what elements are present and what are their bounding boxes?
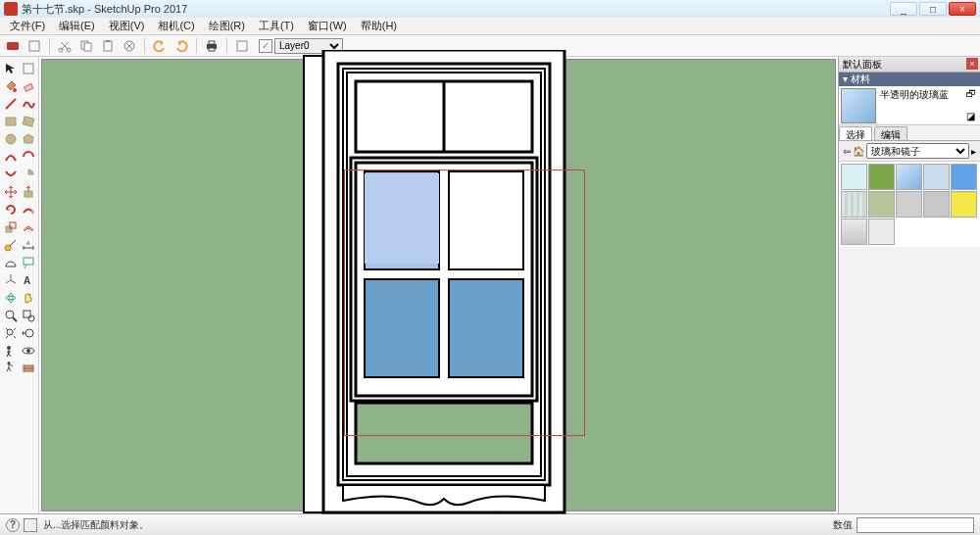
menu-help[interactable]: 帮助(H)	[355, 19, 403, 33]
current-material-swatch[interactable]	[841, 88, 876, 123]
material-swatch[interactable]	[896, 191, 922, 218]
rotate-tool[interactable]	[3, 202, 19, 218]
zoom-tool[interactable]	[3, 308, 19, 323]
eraser-tool[interactable]	[21, 78, 36, 94]
create-material-icon[interactable]: 🗗	[966, 88, 978, 100]
menu-file[interactable]: 文件(F)	[4, 19, 51, 33]
material-swatch[interactable]	[923, 191, 950, 218]
text-tool[interactable]	[21, 255, 36, 270]
undo-button[interactable]	[151, 37, 169, 55]
walk-tool[interactable]	[3, 361, 19, 376]
material-swatch[interactable]	[951, 164, 977, 190]
menu-tools[interactable]: 工具(T)	[253, 19, 300, 33]
position-camera-tool[interactable]	[3, 343, 19, 359]
dimension-tool[interactable]: A	[21, 237, 36, 253]
3dtext-tool[interactable]: A	[21, 272, 36, 288]
cut-button[interactable]	[56, 37, 74, 55]
instructor-icon[interactable]	[24, 518, 37, 532]
section-plane-tool[interactable]	[21, 361, 36, 376]
model-info-button[interactable]	[233, 37, 251, 55]
zoom-extents-tool[interactable]	[3, 325, 19, 341]
close-button[interactable]: ×	[949, 2, 976, 16]
material-category-dropdown[interactable]: 玻璃和镜子	[866, 143, 969, 159]
select-tool[interactable]	[3, 61, 19, 76]
help-icon[interactable]: ?	[6, 518, 20, 532]
extension-button[interactable]	[4, 37, 22, 55]
svg-rect-50	[365, 173, 439, 264]
menu-draw[interactable]: 绘图(R)	[203, 19, 251, 33]
axes-tool[interactable]	[3, 272, 19, 288]
menu-camera[interactable]: 相机(C)	[152, 19, 200, 33]
paint-bucket-tool[interactable]	[3, 78, 19, 94]
component-button[interactable]	[25, 37, 43, 55]
tab-edit[interactable]: 编辑	[874, 126, 907, 140]
svg-rect-54	[356, 403, 532, 463]
polygon-tool[interactable]	[21, 131, 36, 147]
material-swatch[interactable]	[841, 219, 867, 245]
home-icon[interactable]: 🏠	[853, 146, 864, 157]
svg-rect-1	[29, 41, 39, 51]
app-icon	[4, 2, 18, 16]
protractor-tool[interactable]	[3, 255, 19, 270]
material-swatch[interactable]	[868, 164, 895, 190]
svg-rect-13	[24, 64, 33, 73]
freehand-tool[interactable]	[21, 96, 36, 112]
layer-visible-checkbox[interactable]: ✓	[259, 39, 272, 53]
menu-window[interactable]: 窗口(W)	[302, 19, 353, 33]
menu-edit[interactable]: 编辑(E)	[53, 19, 101, 33]
tray-close-icon[interactable]: ×	[966, 58, 978, 70]
look-around-tool[interactable]	[21, 343, 36, 359]
pie-tool[interactable]	[21, 167, 36, 182]
offset-tool[interactable]	[21, 219, 36, 235]
print-button[interactable]	[203, 37, 220, 55]
rotated-rectangle-tool[interactable]	[21, 114, 36, 129]
menubar: 文件(F) 编辑(E) 视图(V) 相机(C) 绘图(R) 工具(T) 窗口(W…	[0, 18, 980, 35]
arc-tool[interactable]	[3, 149, 19, 165]
material-swatch[interactable]	[923, 164, 950, 190]
material-swatch[interactable]	[868, 191, 895, 218]
move-tool[interactable]	[3, 184, 19, 200]
rectangle-tool[interactable]	[3, 114, 19, 129]
svg-rect-22	[6, 226, 12, 232]
material-swatch[interactable]	[841, 191, 867, 218]
tape-measure-tool[interactable]	[3, 237, 19, 253]
back-arrow-icon[interactable]: ⇦	[843, 146, 851, 157]
paste-button[interactable]	[99, 37, 117, 55]
default-material-icon[interactable]: ◪	[966, 111, 978, 122]
default-tray: 默认面板 × ▾ 材料 半透明的玻璃蓝 🗗 ◪ 选择 编辑 ⇦ 🏠 玻璃和镜子 …	[838, 57, 980, 513]
scale-tool[interactable]	[3, 219, 19, 235]
material-swatch[interactable]	[896, 164, 922, 190]
pan-tool[interactable]	[21, 290, 36, 306]
svg-rect-16	[6, 118, 16, 125]
svg-rect-12	[237, 41, 247, 51]
svg-point-37	[26, 349, 30, 353]
minimize-button[interactable]: _	[890, 2, 917, 16]
details-menu-icon[interactable]: ▸	[971, 146, 976, 157]
make-component-tool[interactable]	[21, 61, 36, 76]
zoom-window-tool[interactable]	[21, 308, 36, 323]
delete-button[interactable]	[121, 37, 138, 55]
material-swatch[interactable]	[841, 164, 867, 190]
window-title: 第十七节.skp - SketchUp Pro 2017	[22, 2, 187, 17]
materials-panel-header[interactable]: ▾ 材料	[839, 73, 980, 86]
menu-view[interactable]: 视图(V)	[103, 19, 151, 33]
tab-select[interactable]: 选择	[839, 126, 872, 140]
viewport[interactable]	[41, 59, 836, 511]
circle-tool[interactable]	[3, 131, 19, 147]
maximize-button[interactable]: □	[919, 2, 947, 16]
orbit-tool[interactable]	[3, 290, 19, 306]
line-tool[interactable]	[3, 96, 19, 112]
3point-arc-tool[interactable]	[3, 167, 19, 182]
tray-header[interactable]: 默认面板 ×	[839, 57, 980, 73]
redo-button[interactable]	[172, 37, 190, 55]
material-swatch[interactable]	[868, 219, 895, 245]
pushpull-tool[interactable]	[21, 184, 36, 200]
2point-arc-tool[interactable]	[21, 149, 36, 165]
svg-rect-21	[31, 211, 34, 214]
followme-tool[interactable]	[21, 202, 36, 218]
material-swatch[interactable]	[951, 191, 977, 218]
previous-view-tool[interactable]	[21, 325, 36, 341]
measurement-input[interactable]	[857, 517, 974, 533]
value-label: 数值	[833, 518, 853, 532]
copy-button[interactable]	[77, 37, 95, 55]
